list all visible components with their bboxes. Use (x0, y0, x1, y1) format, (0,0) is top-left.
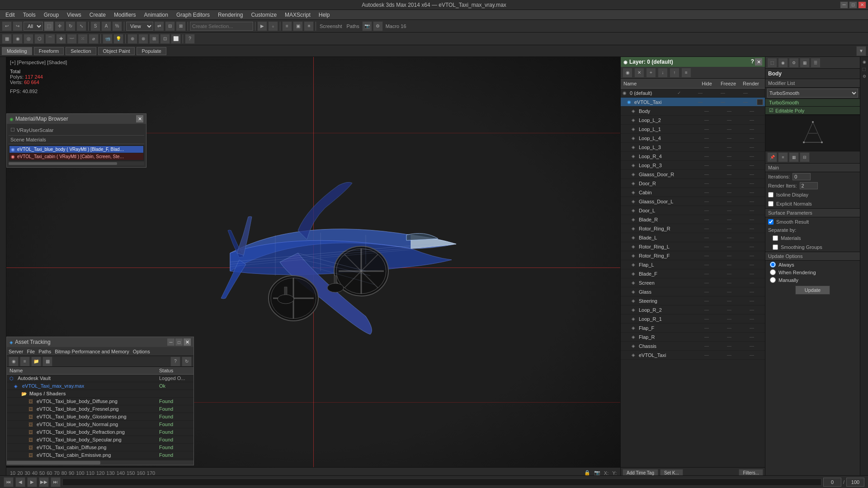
objects-btn[interactable]: ▣ (293, 21, 303, 31)
layer-row-screen[interactable]: ◈ Screen — — — (621, 278, 765, 287)
asset-menu-file[interactable]: File (27, 349, 35, 354)
asset-menu-server[interactable]: Server (9, 349, 23, 354)
settings-btn[interactable]: ⚙ (373, 21, 383, 31)
layer-tb-add[interactable]: + (646, 68, 656, 78)
layer-row-steering[interactable]: ◈ Steering — — — (621, 296, 765, 305)
layer-tb-icon1[interactable]: ◉ (623, 68, 632, 78)
layer-row-loop-l4[interactable]: ◈ Loop_L_4 — — — (621, 134, 765, 143)
smooth-btn[interactable]: ◉ (13, 34, 23, 44)
asset-help-btn[interactable]: ? (170, 357, 180, 366)
asset-scrollbar[interactable] (7, 460, 193, 465)
array-btn[interactable]: ⊞ (149, 34, 159, 44)
explicit-normals-checkbox[interactable] (768, 201, 774, 206)
layer-tb-icon4[interactable]: ≡ (681, 68, 691, 78)
layer-row-blade-f[interactable]: ◈ Blade_F — — — (621, 269, 765, 278)
render-iters-input[interactable] (800, 182, 818, 189)
asset-tb-btn3[interactable]: 📁 (31, 357, 41, 366)
asset-row-map1[interactable]: 🖼 eVTOL_Taxi_blue_body_Diffuse.png Found (7, 398, 193, 405)
smoothing-groups-checkbox[interactable] (773, 244, 778, 250)
play-back-btn[interactable]: ⏮ (4, 477, 14, 487)
update-btn[interactable]: Update (795, 286, 830, 295)
scale-btn[interactable]: ⤡ (76, 21, 86, 31)
prev-frame-btn[interactable]: ◀ (15, 477, 25, 487)
layer-row-cabin[interactable]: ◈ Cabin — — — (621, 188, 765, 197)
material-item-1[interactable]: ◉ eVTOL_Taxi_blue_body ( VRayMtl ) [Blad… (9, 146, 143, 153)
layer-row-body[interactable]: ◈ Body — — — (621, 107, 765, 116)
layer-row-loop-l1[interactable]: ◈ Loop_L_1 — — — (621, 125, 765, 134)
layer-row-loop-l2[interactable]: ◈ Loop_L_2 — — — (621, 116, 765, 125)
camera-btn[interactable]: 📹 (103, 34, 113, 44)
prop-icon1[interactable]: ⬚ (767, 58, 777, 68)
layer-row-flap-r[interactable]: ◈ Flap_R — — — (621, 333, 765, 342)
screenshot-btn[interactable]: 📷 (362, 21, 372, 31)
layer-row-evtol[interactable]: ◉ eVTOL_Taxi — — — (621, 98, 765, 107)
snap-btn[interactable]: S (90, 21, 100, 31)
layer-row-glass[interactable]: ◈ Glass — — — (621, 287, 765, 296)
asset-menu-paths[interactable]: Paths (38, 349, 51, 354)
layers-btn[interactable]: ≡ (282, 21, 292, 31)
menu-graph-editors[interactable]: Graph Editors (173, 11, 213, 19)
menu-maxscript[interactable]: MAXScript (281, 11, 314, 19)
layer-close-btn[interactable]: ✕ (755, 58, 762, 66)
help-btn[interactable]: ? (185, 34, 195, 44)
modifier-editable-poly[interactable]: ☑ Editable Poly (765, 107, 860, 115)
modifier-dropdown-area[interactable]: TurboSmooth (765, 88, 860, 99)
prop-icon4[interactable]: ▦ (800, 58, 810, 68)
mat-scrollbar[interactable] (9, 162, 144, 165)
asset-row-map5[interactable]: 🖼 eVTOL_Taxi_blue_body_Refraction.png Fo… (7, 428, 193, 436)
asset-tb-btn1[interactable]: ◉ (9, 357, 19, 366)
play-btn[interactable]: ▶ (257, 21, 267, 31)
view-dropdown[interactable]: View (126, 22, 153, 31)
menu-help[interactable]: Help (315, 11, 334, 19)
layer-row-loop-r4[interactable]: ◈ Loop_R_4 — — — (621, 152, 765, 161)
asset-close-btn[interactable]: ✕ (184, 338, 191, 346)
mirror-btn[interactable]: ⇄ (154, 21, 164, 31)
align2-btn[interactable]: ⊠ (176, 21, 186, 31)
tab-modeling[interactable]: Modeling (2, 47, 32, 55)
asset-min-btn[interactable]: ─ (167, 338, 175, 346)
asset-row-vault[interactable]: ⬡ Autodesk Vault Logged O... (7, 375, 193, 382)
timeline-bar[interactable] (62, 479, 821, 486)
clone-btn[interactable]: ⊡ (160, 34, 170, 44)
menu-create[interactable]: Create (86, 11, 109, 19)
asset-row-map8[interactable]: 🖼 eVTOL_Taxi_cabin_Emissive.png Found (7, 451, 193, 459)
prop-icon2[interactable]: ◉ (778, 58, 788, 68)
smooth-result-checkbox[interactable] (768, 219, 774, 225)
patch-btn[interactable]: ⬡ (34, 34, 44, 44)
layer-row-blade-l[interactable]: ◈ Blade_L — — — (621, 233, 765, 242)
move-btn[interactable]: ✛ (55, 21, 65, 31)
next-frame-btn[interactable]: ▶▶ (39, 477, 49, 487)
modifier-turbosmooth[interactable]: TurboSmooth (765, 99, 860, 107)
manually-radio[interactable] (770, 277, 776, 283)
layer-row-loop-r1[interactable]: ◈ Loop_R_1 — — — (621, 314, 765, 324)
asset-tb-btn4[interactable]: ▦ (42, 357, 52, 366)
material-browser-title[interactable]: ◉ Material/Map Browser ✕ (7, 114, 146, 124)
play-btn2[interactable]: ▶ (27, 477, 37, 487)
maximize-btn[interactable]: □ (849, 1, 857, 9)
layer-row-rotor-ring-l[interactable]: ◈ Rotor_Ring_L — — — (621, 242, 765, 251)
space-warp-btn[interactable]: 〰 (67, 34, 77, 44)
layer-win-title[interactable]: ◉ Layer: 0 (default) ? ✕ (621, 57, 765, 67)
when-rendering-radio[interactable] (770, 269, 776, 275)
menu-modifiers[interactable]: Modifiers (110, 11, 140, 19)
undo-btn[interactable]: ↩ (2, 21, 12, 31)
bones-btn[interactable]: ⌀ (89, 34, 99, 44)
helper-btn[interactable]: ✚ (56, 34, 66, 44)
asset-row-map6[interactable]: 🖼 eVTOL_Taxi_blue_body_Specular.png Foun… (7, 436, 193, 444)
populate-expand[interactable]: ▼ (856, 46, 866, 56)
menu-edit[interactable]: Edit (2, 11, 19, 19)
layer-row-flap-l[interactable]: ◈ Flap_L — — — (621, 260, 765, 269)
close-title-btn[interactable]: ✕ (858, 1, 866, 9)
iterations-input[interactable] (793, 173, 811, 180)
asset-row-map4[interactable]: 🖼 eVTOL_Taxi_blue_body_Normal.png Found (7, 421, 193, 428)
layer-tb-icon2[interactable]: ↓ (658, 68, 668, 78)
asset-max-btn[interactable]: □ (175, 338, 183, 346)
spline-btn[interactable]: ⌒ (45, 34, 55, 44)
frame-total-input[interactable] (846, 478, 864, 487)
lights-btn[interactable]: ☀ (304, 21, 314, 31)
nurbs-btn[interactable]: ◎ (24, 34, 33, 44)
tab-freeform[interactable]: Freeform (34, 47, 64, 55)
asset-menu-bitmap[interactable]: Bitmap Performance and Memory (55, 349, 129, 354)
select-btn[interactable]: ⬚ (44, 21, 54, 31)
layer-row-evtol-taxi2[interactable]: ◈ eVTOL_Taxi — — — (621, 351, 765, 360)
